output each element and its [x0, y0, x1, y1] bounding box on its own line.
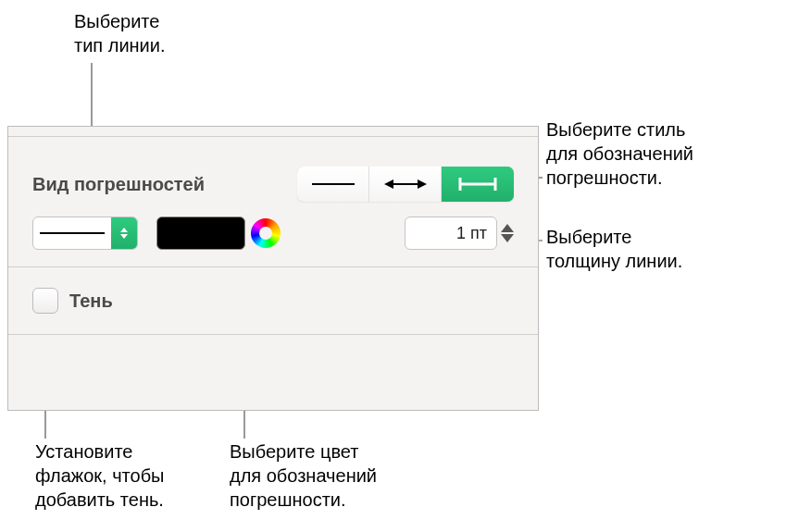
- line-type-chevrons[interactable]: [111, 217, 137, 249]
- chevron-up-icon: [120, 228, 128, 232]
- error-bar-icon: [455, 175, 501, 193]
- color-wheel-button[interactable]: [251, 218, 281, 248]
- segment-plain[interactable]: [297, 167, 369, 202]
- callout-color: Выберите цветдля обозначенийпогрешности.: [230, 439, 377, 512]
- svg-marker-11: [418, 179, 427, 189]
- panel-title: Вид погрешностей: [32, 174, 205, 195]
- callout-line-type: Выберитетип линии.: [74, 9, 166, 57]
- error-bar-style-panel: Вид погрешностей: [7, 126, 539, 411]
- thickness-step-down[interactable]: [501, 234, 514, 242]
- end-style-segmented[interactable]: [297, 167, 514, 202]
- segment-error-bar[interactable]: [442, 167, 514, 202]
- shadow-checkbox[interactable]: [32, 288, 58, 314]
- caps-line-icon: [382, 177, 429, 192]
- shadow-label: Тень: [69, 291, 113, 312]
- thickness-input[interactable]: 1 пт: [405, 217, 497, 250]
- line-type-popup[interactable]: [32, 217, 138, 250]
- callout-thickness: Выберитетолщину линии.: [546, 225, 682, 273]
- callout-style: Выберите стильдля обозначенийпогрешности…: [546, 118, 693, 190]
- color-swatch[interactable]: [156, 217, 245, 250]
- callout-shadow: Установитефлажок, чтобыдобавить тень.: [35, 439, 164, 512]
- solid-line-icon: [40, 230, 105, 236]
- chevron-down-icon: [120, 234, 128, 239]
- thickness-step-up[interactable]: [501, 224, 514, 232]
- line-type-preview: [33, 230, 111, 236]
- thickness-value: 1 пт: [456, 224, 487, 243]
- svg-marker-10: [384, 179, 393, 189]
- plain-line-icon: [310, 179, 356, 189]
- segment-caps[interactable]: [369, 167, 442, 202]
